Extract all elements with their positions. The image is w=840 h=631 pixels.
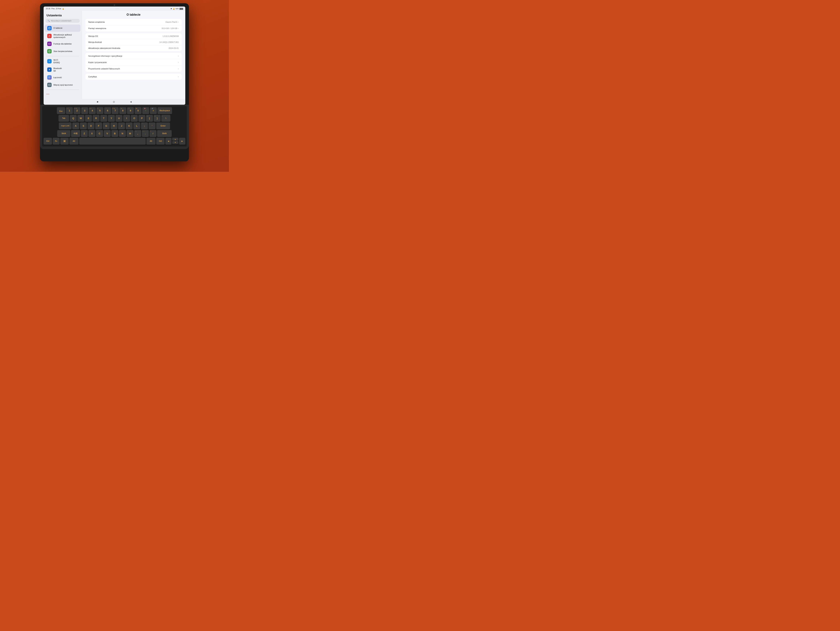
key-shift-left[interactable]: Shift: [57, 130, 70, 137]
specs-row[interactable]: Szczegółowe informacje i specyfikacje ›: [85, 53, 182, 59]
key-tab[interactable]: Tab: [58, 115, 69, 122]
key-arrow-up[interactable]: ▲: [172, 138, 178, 141]
key-row-bottom: Ctrl Fn ⌘ Alt Alt Ctrl ◄ ▲ ▼ ►: [44, 138, 185, 145]
recents-button[interactable]: ■: [97, 100, 98, 103]
key-y[interactable]: Y: [108, 115, 115, 122]
sidebar-item-bluetooth[interactable]: Bluetooth WI: [45, 66, 81, 74]
key-8[interactable]: * ⏭8: [119, 107, 126, 114]
home-button[interactable]: ⊙: [113, 100, 115, 103]
sidebar-item-about-label: O tablecie: [54, 27, 63, 29]
key-alt-left[interactable]: Alt: [69, 138, 79, 145]
key-s[interactable]: S: [80, 122, 87, 130]
security-update-row: Aktualizacja zabezpieczeń Androida 2024-…: [85, 45, 182, 51]
device-name-row[interactable]: Nazwa urządzenia Xiaomi Pad 6 ›: [85, 19, 182, 25]
key-semicolon[interactable]: : ";: [141, 122, 148, 130]
key-alt-right[interactable]: Alt: [147, 138, 155, 145]
sidebar-item-updates[interactable]: Aktualizacje aplikacji systemowych: [45, 32, 81, 40]
status-bar: 15:16 Pon, 15 Kwi 🔒 ··· ✱ 🔔 WiFi ▓▓▓: [44, 6, 185, 11]
sidebar-item-security[interactable]: Stan bezpieczeństwa: [45, 47, 81, 55]
key-o[interactable]: O: [131, 115, 138, 122]
key-b[interactable]: B: [111, 130, 118, 137]
key-5[interactable]: %5: [96, 107, 103, 114]
key-2[interactable]: @ ✱2: [74, 107, 81, 114]
key-comma[interactable]: « <,: [134, 130, 141, 137]
key-r[interactable]: R: [93, 115, 99, 122]
key-j[interactable]: J: [118, 122, 125, 130]
lock-icon: 🔒: [62, 8, 64, 9]
key-p[interactable]: P: [139, 115, 145, 122]
key-arrow-ud-group: ▲ ▼: [172, 138, 178, 145]
key-bracket-open[interactable]: { [[: [146, 115, 153, 122]
key-zh-en[interactable]: 中/英: [71, 130, 80, 137]
key-period[interactable]: » >.: [142, 130, 149, 137]
search-icon: 🔍: [47, 20, 50, 22]
key-n[interactable]: N: [119, 130, 126, 137]
key-fn[interactable]: Fn: [53, 138, 60, 145]
device-name-label: Nazwa urządzenia: [88, 21, 105, 23]
key-arrow-left[interactable]: ◄: [165, 138, 172, 145]
key-ctrl-left[interactable]: Ctrl: [44, 138, 52, 145]
backup-row[interactable]: Kopia i przywracanie ›: [85, 59, 182, 66]
key-f[interactable]: F: [95, 122, 102, 130]
sidebar-item-tablet-features-label: Funkcje dla tabletów: [54, 43, 71, 45]
key-6[interactable]: … ^6: [104, 107, 111, 114]
key-minus[interactable]: _ 🔇-: [142, 107, 149, 114]
factory-reset-row[interactable]: Przywrócenie ustawień fabrycznych ›: [85, 66, 182, 72]
key-h[interactable]: H: [111, 122, 117, 130]
key-i[interactable]: I: [123, 115, 130, 122]
key-v[interactable]: V: [104, 130, 111, 137]
key-caps-lock[interactable]: Caps Lock: [59, 122, 71, 130]
nav-bar: ■ ⊙ ◄: [44, 99, 185, 105]
key-d[interactable]: D: [88, 122, 95, 130]
sidebar-item-tablet-features[interactable]: Funkcje dla tabletów: [45, 40, 81, 47]
key-backspace[interactable]: Backspace: [158, 107, 172, 114]
search-box[interactable]: 🔍 Wyszukaj w ustawieniach: [46, 19, 80, 23]
key-z[interactable]: Z: [81, 130, 88, 137]
key-l[interactable]: L: [133, 122, 140, 130]
key-x[interactable]: X: [88, 130, 95, 137]
security-update-value: 2024-03-01: [169, 47, 179, 49]
key-u[interactable]: U: [115, 115, 122, 122]
chevron-icon-2: ›: [178, 27, 179, 30]
key-backslash[interactable]: |\: [161, 115, 171, 122]
key-g[interactable]: G: [103, 122, 110, 130]
back-button[interactable]: ◄: [129, 100, 132, 103]
key-7[interactable]: & ⏮7: [112, 107, 118, 114]
sidebar-item-about[interactable]: O tablecie: [45, 25, 81, 32]
search-placeholder: Wyszukaj w ustawieniach: [51, 20, 71, 22]
key-q[interactable]: Q: [70, 115, 77, 122]
key-quote[interactable]: "': [148, 122, 155, 130]
key-esc[interactable]: ~ ` Esc: [57, 107, 65, 114]
key-enter[interactable]: Enter: [156, 122, 170, 130]
key-shift-right[interactable]: Shift: [157, 130, 172, 137]
os-version-value: 1.0.6.0.UMZMIXM: [163, 35, 179, 37]
storage-row[interactable]: Pamięć wewnętrzna 33,9 GB / 128 GB ›: [85, 25, 182, 32]
about-icon: [47, 26, 52, 30]
key-k[interactable]: K: [126, 122, 133, 130]
key-bracket-close[interactable]: } ]]: [154, 115, 161, 122]
key-0[interactable]: ) ⏹0: [134, 107, 142, 114]
key-3[interactable]: #3: [81, 107, 88, 114]
sidebar-item-connectivity[interactable]: Łączność: [45, 74, 81, 81]
sidebar-item-more-connectivity[interactable]: Więcej opcji łączności: [45, 81, 81, 89]
key-a[interactable]: A: [72, 122, 79, 130]
key-c[interactable]: C: [96, 130, 103, 137]
key-4[interactable]: ¥ $4: [89, 107, 96, 114]
key-1[interactable]: ! ☀1: [66, 107, 73, 114]
cert-row[interactable]: Certyfikat ›: [85, 74, 182, 80]
sidebar-item-wifi[interactable]: Wi-Fi EK90Q: [45, 57, 81, 65]
key-ctrl-right[interactable]: Ctrl: [156, 138, 164, 145]
key-w[interactable]: W: [77, 115, 84, 122]
security-icon: [47, 49, 52, 54]
key-row-qwerty: Tab Q W E R T Y U I O P { [[ } ]] |\: [44, 115, 185, 122]
key-space[interactable]: [79, 138, 146, 145]
key-cmd[interactable]: ⌘: [60, 138, 69, 145]
key-arrow-down[interactable]: ▼: [172, 141, 178, 144]
key-arrow-right[interactable]: ►: [179, 138, 185, 145]
key-9[interactable]: ( ⏸9: [127, 107, 134, 114]
key-e[interactable]: E: [85, 115, 92, 122]
key-t[interactable]: T: [100, 115, 107, 122]
key-m[interactable]: M: [126, 130, 134, 137]
key-equals[interactable]: + 🔊=: [150, 107, 157, 114]
key-slash[interactable]: ?/: [150, 130, 156, 137]
